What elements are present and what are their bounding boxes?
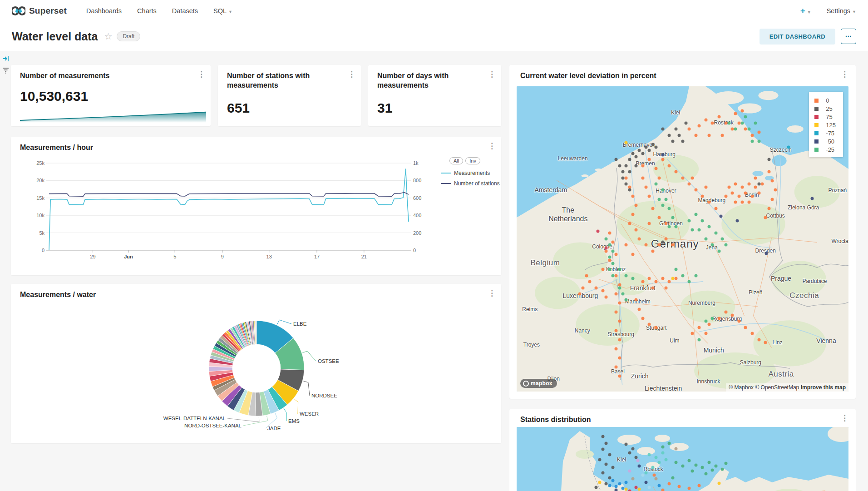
data-point-dot[interactable] xyxy=(734,112,737,115)
data-point-dot[interactable] xyxy=(741,121,744,124)
data-point-dot[interactable] xyxy=(701,194,704,198)
more-options-icon[interactable]: ⋮ xyxy=(841,70,848,78)
data-point-dot[interactable] xyxy=(757,183,760,186)
data-point-dot[interactable] xyxy=(608,268,611,271)
data-point-dot[interactable] xyxy=(678,134,681,137)
data-point-dot[interactable] xyxy=(661,204,664,207)
data-point-dot[interactable] xyxy=(770,198,774,201)
data-point-dot[interactable] xyxy=(674,268,677,271)
data-point-dot[interactable] xyxy=(717,115,720,119)
settings-menu[interactable]: Settings▼ xyxy=(827,7,856,15)
data-point-dot[interactable] xyxy=(724,243,727,247)
data-point-dot[interactable] xyxy=(608,243,611,247)
data-point-dot[interactable] xyxy=(628,170,631,174)
data-point-dot[interactable] xyxy=(648,277,651,280)
data-point-dot[interactable] xyxy=(737,121,740,124)
data-point-dot[interactable] xyxy=(645,471,648,474)
data-point-dot[interactable] xyxy=(648,194,651,198)
new-item-button[interactable]: +▼ xyxy=(800,6,811,16)
data-point-dot[interactable] xyxy=(774,188,777,192)
data-point-dot[interactable] xyxy=(651,207,654,210)
data-point-dot[interactable] xyxy=(618,357,621,360)
data-point-dot[interactable] xyxy=(757,139,760,143)
data-point-dot[interactable] xyxy=(655,280,658,283)
legend-item[interactable]: -75 xyxy=(814,129,836,137)
data-point-dot[interactable] xyxy=(688,486,691,490)
data-point-dot[interactable] xyxy=(615,253,618,256)
edit-dashboard-button[interactable]: EDIT DASHBOARD xyxy=(760,29,835,45)
data-point-dot[interactable] xyxy=(661,154,664,157)
data-point-dot[interactable] xyxy=(641,317,644,320)
data-point-dot[interactable] xyxy=(674,170,677,174)
data-point-dot[interactable] xyxy=(764,216,767,219)
data-point-dot[interactable] xyxy=(661,488,664,491)
data-point-dot[interactable] xyxy=(704,332,707,335)
data-point-dot[interactable] xyxy=(698,124,701,128)
data-point-dot[interactable] xyxy=(704,118,707,121)
data-point-dot[interactable] xyxy=(731,192,734,195)
data-point-dot[interactable] xyxy=(615,292,618,295)
data-point-dot[interactable] xyxy=(661,240,664,243)
data-point-dot[interactable] xyxy=(704,185,707,188)
data-point-dot[interactable] xyxy=(727,185,730,188)
data-point-dot[interactable] xyxy=(631,447,634,450)
data-point-dot[interactable] xyxy=(717,249,720,253)
data-point-dot[interactable] xyxy=(674,447,677,450)
more-options-icon[interactable]: ⋮ xyxy=(488,142,496,150)
data-point-dot[interactable] xyxy=(635,164,638,167)
data-point-dot[interactable] xyxy=(651,143,654,146)
data-point-dot[interactable] xyxy=(731,128,734,131)
data-point-dot[interactable] xyxy=(615,329,618,332)
data-point-dot[interactable] xyxy=(648,158,651,161)
data-point-dot[interactable] xyxy=(681,464,684,467)
data-point-dot[interactable] xyxy=(688,459,691,462)
data-point-dot[interactable] xyxy=(658,216,661,219)
data-point-dot[interactable] xyxy=(744,192,747,195)
data-point-dot[interactable] xyxy=(625,176,628,179)
legend-item[interactable]: -50 xyxy=(814,137,836,145)
data-point-dot[interactable] xyxy=(645,243,648,247)
data-point-dot[interactable] xyxy=(741,201,744,204)
data-point-dot[interactable] xyxy=(661,277,664,280)
data-point-dot[interactable] xyxy=(717,481,720,485)
data-point-dot[interactable] xyxy=(651,249,654,253)
data-point-dot[interactable] xyxy=(668,207,671,210)
data-point-dot[interactable] xyxy=(734,183,737,186)
data-point-dot[interactable] xyxy=(671,476,674,480)
data-point-dot[interactable] xyxy=(655,477,658,481)
data-point-dot[interactable] xyxy=(664,198,667,201)
data-point-dot[interactable] xyxy=(741,185,744,188)
data-point-dot[interactable] xyxy=(615,485,618,488)
data-point-dot[interactable] xyxy=(691,469,694,472)
data-point-dot[interactable] xyxy=(714,207,717,210)
data-point-dot[interactable] xyxy=(668,134,671,137)
data-point-dot[interactable] xyxy=(595,286,598,289)
data-point-dot[interactable] xyxy=(588,280,591,283)
data-point-dot[interactable] xyxy=(625,274,628,277)
data-point-dot[interactable] xyxy=(744,128,747,131)
data-point-dot[interactable] xyxy=(582,286,585,289)
data-point-dot[interactable] xyxy=(674,128,677,131)
data-point-dot[interactable] xyxy=(661,188,664,192)
legend-item-measurements[interactable]: Measurements xyxy=(441,170,505,176)
data-point-dot[interactable] xyxy=(707,201,710,204)
legend-item[interactable]: 75 xyxy=(814,113,836,121)
data-point-dot[interactable] xyxy=(648,149,651,152)
data-point-dot[interactable] xyxy=(618,286,621,289)
more-options-icon[interactable]: ⋮ xyxy=(841,414,848,422)
deviation-map[interactable]: 02575125-75-50-25 mapbox © Mapbox © Open… xyxy=(517,86,848,392)
data-point-dot[interactable] xyxy=(694,463,697,466)
data-point-dot[interactable] xyxy=(664,286,667,289)
data-point-dot[interactable] xyxy=(664,238,667,241)
data-point-dot[interactable] xyxy=(744,326,747,329)
data-point-dot[interactable] xyxy=(628,158,631,161)
legend-invert-button[interactable]: Inv xyxy=(465,157,480,164)
data-point-dot[interactable] xyxy=(615,311,618,314)
data-point-dot[interactable] xyxy=(691,176,694,179)
expand-filter-panel-icon[interactable] xyxy=(2,55,9,62)
data-point-dot[interactable] xyxy=(615,158,618,161)
data-point-dot[interactable] xyxy=(621,292,624,295)
more-options-icon[interactable]: ⋮ xyxy=(197,70,205,78)
data-point-dot[interactable] xyxy=(711,469,714,472)
data-point-dot[interactable] xyxy=(631,152,634,155)
